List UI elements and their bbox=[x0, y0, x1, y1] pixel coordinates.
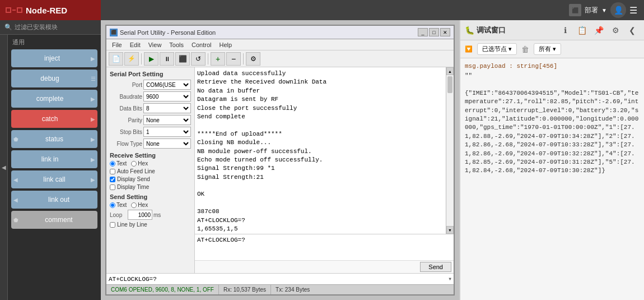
tb-new-btn[interactable]: 📄 bbox=[109, 52, 123, 66]
terminal-output: Upload data successfully Retrieve the Re… bbox=[195, 67, 446, 234]
node-item-link-in[interactable]: link in ▶ bbox=[11, 150, 97, 168]
settings-panel: Serial Port Setting Port COM6(USE Baudra… bbox=[106, 67, 195, 273]
window-app-icon: ⬛ bbox=[110, 29, 118, 36]
window-titlebar: ⬛ Serial Port Utility - Personal Edition… bbox=[106, 26, 454, 39]
receive-hex-radio[interactable]: Hex bbox=[131, 160, 148, 167]
node-comment-left-icon: ⬟ bbox=[11, 211, 20, 229]
terminal-scrollbar[interactable]: ▲ ▼ bbox=[446, 67, 454, 234]
window-minimize-btn[interactable]: _ bbox=[418, 28, 428, 36]
node-item-inject[interactable]: inject ▶ bbox=[11, 49, 97, 67]
deploy-dropdown-icon[interactable]: ▼ bbox=[601, 7, 607, 13]
menu-tools[interactable]: Tools bbox=[166, 41, 187, 49]
node-item-catch[interactable]: catch ▶ bbox=[11, 110, 97, 128]
tb-connect-btn[interactable]: ⚡ bbox=[124, 52, 139, 66]
loop-input[interactable] bbox=[128, 210, 152, 220]
port-label: Port bbox=[110, 82, 142, 88]
user-icon[interactable]: 👤 bbox=[610, 2, 626, 18]
window-close-btn[interactable]: ✕ bbox=[440, 28, 450, 36]
debug-copy-btn[interactable]: 📋 bbox=[575, 23, 589, 38]
send-text-radio[interactable]: Text bbox=[110, 202, 127, 208]
serial-window: ⬛ Serial Port Utility - Personal Edition… bbox=[101, 20, 459, 300]
auto-feed-checkbox[interactable]: Auto Feed Line bbox=[110, 168, 191, 174]
node-link-out-left-arrow: ◀ bbox=[11, 191, 20, 209]
debug-settings-btn[interactable]: ⚙ bbox=[608, 23, 623, 38]
send-hex-radio[interactable]: Hex bbox=[131, 202, 148, 208]
scroll-left-btn[interactable]: ◀ bbox=[0, 35, 8, 300]
node-item-link-call[interactable]: ◀ link call ▶ bbox=[11, 170, 97, 188]
node-sidebar: 🔍 过滤已安装模块 ◀ 通用 inject ▶ de bbox=[0, 20, 101, 300]
node-complete-label: complete bbox=[11, 95, 88, 103]
node-item-debug[interactable]: debug ☰ bbox=[11, 70, 97, 87]
deploy-icon: ⬛ bbox=[569, 4, 581, 16]
data-bits-select[interactable]: 8 bbox=[143, 103, 191, 113]
filter-icon-2: 🔽 bbox=[465, 45, 473, 53]
parity-label: Parity bbox=[110, 117, 142, 123]
bottom-dropdown-arrow-icon[interactable]: ▼ bbox=[449, 276, 451, 281]
line-by-line-checkbox[interactable]: Line by Line bbox=[110, 221, 191, 228]
com-status: COM6 OPENED, 9600, 8, NONE, 1, OFF bbox=[106, 285, 219, 294]
tb-stop-btn[interactable]: ⬛ bbox=[175, 52, 190, 66]
section-label: 通用 bbox=[8, 35, 101, 48]
menu-file[interactable]: File bbox=[109, 41, 125, 49]
node-item-complete[interactable]: complete ▶ bbox=[11, 90, 97, 108]
serial-port-setting-title: Serial Port Setting bbox=[110, 71, 191, 77]
msg-value: "" {"IMEI":"864370064394515","Model":"TS… bbox=[465, 72, 640, 176]
filter-all-btn[interactable]: 所有 ▾ bbox=[534, 43, 561, 55]
scroll-down-btn[interactable]: ▼ bbox=[446, 226, 454, 234]
terminal-input[interactable]: AT+CLOCKLOG=? bbox=[195, 234, 454, 260]
tb-minus-btn[interactable]: − bbox=[226, 52, 241, 66]
node-debug-label: debug bbox=[11, 75, 88, 82]
bottom-command-text: AT+CLOCKLOG=? bbox=[109, 276, 449, 283]
toolbar: 📄 ⚡ ▶ ⏸ ⬛ ↺ + − ⚙ bbox=[106, 50, 454, 67]
flow-type-select[interactable]: None bbox=[143, 139, 191, 149]
tb-play-btn[interactable]: ▶ bbox=[144, 52, 158, 66]
tb-pause-btn[interactable]: ⏸ bbox=[160, 52, 174, 66]
filter-node-btn[interactable]: 已选节点 ▾ bbox=[477, 43, 517, 55]
debug-info-btn[interactable]: ℹ bbox=[558, 23, 572, 38]
app-title: Node-RED bbox=[26, 6, 67, 15]
rx-label: Rx: 10,537 Bytes bbox=[219, 285, 271, 294]
stop-bits-label: Stop Bits bbox=[110, 129, 142, 135]
menu-help[interactable]: Help bbox=[216, 41, 236, 49]
baudrate-select[interactable]: 9600 bbox=[143, 91, 191, 101]
menu-edit[interactable]: Edit bbox=[127, 41, 144, 49]
receive-text-radio[interactable]: Text bbox=[110, 160, 127, 167]
tb-settings-btn[interactable]: ⚙ bbox=[246, 52, 260, 66]
data-bits-label: Data Bits bbox=[110, 105, 142, 112]
terminal-input-area: AT+CLOCKLOG=? Send bbox=[195, 234, 454, 273]
menu-view[interactable]: View bbox=[145, 41, 165, 49]
parity-select[interactable]: None bbox=[143, 115, 191, 125]
status-bar: COM6 OPENED, 9600, 8, NONE, 1, OFF Rx: 1… bbox=[106, 284, 454, 294]
node-link-in-label: link in bbox=[11, 155, 88, 163]
node-status-right-arrow: ▶ bbox=[88, 130, 97, 148]
port-select[interactable]: COM6(USE bbox=[143, 80, 191, 90]
menu-control[interactable]: Control bbox=[188, 41, 214, 49]
send-button[interactable]: Send bbox=[420, 262, 451, 272]
trash-icon[interactable]: 🗑 bbox=[521, 45, 529, 54]
tb-add-btn[interactable]: + bbox=[211, 52, 225, 66]
node-inject-label: inject bbox=[16, 54, 88, 62]
menu-bar: File Edit View Tools Control Help bbox=[106, 39, 454, 50]
display-time-checkbox[interactable]: Display Time bbox=[110, 184, 191, 190]
debug-panel-title: 调试窗口 bbox=[477, 25, 556, 35]
window-maximize-btn[interactable]: □ bbox=[429, 28, 439, 36]
stop-bits-select[interactable]: 1 bbox=[143, 127, 191, 137]
debug-filter-bar: 🔽 已选节点 ▾ 🗑 所有 ▾ bbox=[460, 40, 644, 58]
loop-label: Loop bbox=[110, 212, 127, 218]
filter-icon: 🔍 bbox=[4, 24, 12, 31]
node-item-comment[interactable]: ⬟ comment bbox=[11, 211, 97, 229]
debug-collapse-btn[interactable]: ❮ bbox=[625, 23, 640, 38]
debug-panel: 🐛 调试窗口 ℹ 📋 📌 ⚙ ❮ 🔽 已选节点 ▾ 🗑 所有 ▾ msg.pay… bbox=[459, 20, 644, 300]
display-send-checkbox[interactable]: Display Send bbox=[110, 176, 191, 182]
send-setting-title: Send Setting bbox=[110, 193, 191, 200]
node-link-out-label: link out bbox=[20, 196, 97, 204]
node-catch-right-arrow: ▶ bbox=[88, 110, 97, 128]
tb-refresh-btn[interactable]: ↺ bbox=[191, 52, 206, 66]
menu-hamburger-icon[interactable]: ☰ bbox=[629, 5, 637, 16]
filter-bar[interactable]: 🔍 过滤已安装模块 bbox=[0, 20, 101, 35]
scroll-up-btn[interactable]: ▲ bbox=[446, 67, 454, 75]
node-item-status[interactable]: ⬟ status ▶ bbox=[11, 130, 97, 148]
bottom-command-dropdown[interactable]: AT+CLOCKLOG=? ▼ bbox=[106, 273, 454, 284]
debug-pin-btn[interactable]: 📌 bbox=[591, 23, 606, 38]
node-item-link-out[interactable]: ◀ link out bbox=[11, 191, 97, 209]
